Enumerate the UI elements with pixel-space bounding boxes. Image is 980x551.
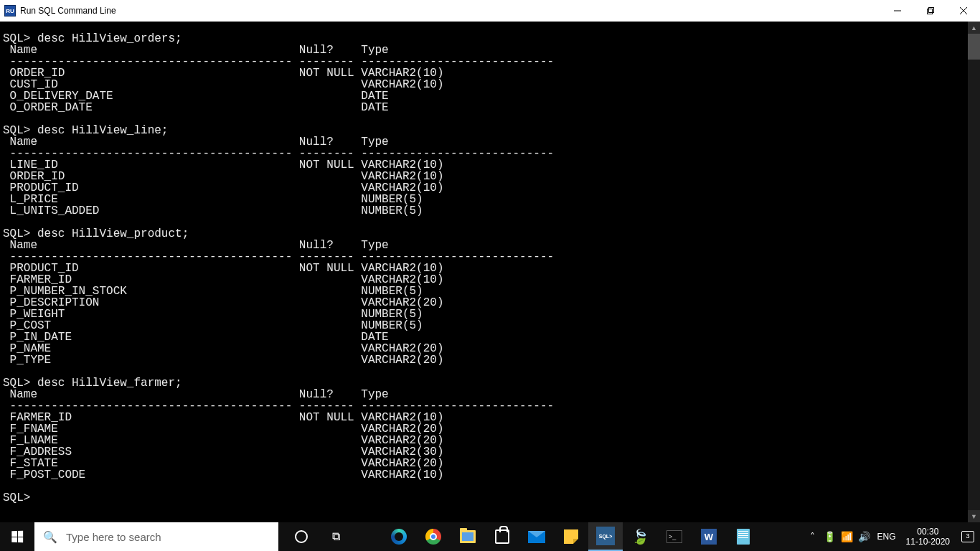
window-titlebar: RU Run SQL Command Line (0, 0, 980, 22)
folder-icon (460, 530, 476, 543)
chrome-icon (425, 529, 441, 545)
maximize-button[interactable] (914, 0, 947, 22)
chevron-up-icon: ˄ (810, 531, 815, 542)
cmd-icon: >_ (666, 530, 682, 543)
close-icon (960, 7, 967, 14)
svg-rect-2 (929, 8, 934, 13)
scroll-down-button[interactable]: ▼ (968, 510, 980, 522)
notification-count: 3 (966, 532, 969, 540)
tray-wifi[interactable]: 📶 (839, 531, 856, 542)
taskbar-app-chrome[interactable] (416, 522, 451, 551)
notepad-icon (737, 529, 750, 545)
sqlplus-icon: SQL> (596, 527, 615, 545)
close-button[interactable] (947, 0, 980, 22)
minimize-icon (894, 7, 901, 14)
taskbar-app-cmd[interactable]: >_ (657, 522, 692, 551)
action-center-button[interactable]: 3 (956, 522, 980, 551)
tray-language[interactable]: ENG (873, 532, 900, 542)
search-icon: 🔍 (43, 530, 57, 544)
task-view-icon: ⧉ (332, 530, 340, 543)
scrollbar-vertical[interactable]: ▲ ▼ (968, 22, 980, 522)
tray-time: 00:30 (906, 527, 950, 537)
taskbar-app-mongodb[interactable]: 🍃 (623, 522, 657, 551)
taskbar-app-mail[interactable] (519, 522, 554, 551)
speaker-icon: 🔊 (858, 531, 870, 542)
sticky-notes-icon (564, 529, 578, 544)
system-tray: ˄ 🔋 📶 🔊 ENG 00:30 11-10-2020 3 (804, 522, 980, 551)
terminal-container: SQL> desc HillView_orders; Name Null? Ty… (0, 22, 980, 522)
taskbar-app-store[interactable] (485, 522, 519, 551)
wifi-icon: 📶 (841, 531, 853, 542)
mongodb-icon: 🍃 (631, 528, 649, 545)
cortana-button[interactable] (284, 522, 319, 551)
tray-clock[interactable]: 00:30 11-10-2020 (900, 527, 956, 547)
maximize-icon (927, 7, 934, 14)
scrollbar-thumb[interactable] (968, 34, 980, 60)
tray-volume[interactable]: 🔊 (856, 531, 873, 542)
scroll-up-button[interactable]: ▲ (968, 22, 980, 34)
mail-icon (528, 531, 545, 543)
edge-icon (391, 529, 407, 545)
taskbar-app-sticky-notes[interactable] (554, 522, 588, 551)
window-title: Run SQL Command Line (20, 6, 116, 16)
windows-logo-icon (11, 531, 23, 542)
minimize-button[interactable] (881, 0, 914, 22)
app-icon: RU (4, 5, 16, 17)
cortana-icon (295, 530, 308, 543)
taskbar-app-word[interactable]: W (692, 522, 726, 551)
taskbar-app-edge[interactable] (382, 522, 416, 551)
word-icon: W (701, 529, 717, 545)
taskbar-app-sqlplus[interactable]: SQL> (588, 522, 623, 551)
taskbar-app-explorer[interactable] (451, 522, 485, 551)
svg-rect-1 (928, 9, 933, 14)
tray-date: 11-10-2020 (906, 537, 950, 547)
tray-battery[interactable]: 🔋 (821, 531, 839, 542)
start-button[interactable] (0, 522, 34, 551)
taskbar-app-notepad[interactable] (726, 522, 760, 551)
tray-overflow-button[interactable]: ˄ (804, 531, 821, 542)
scrollbar-track[interactable] (968, 34, 980, 510)
terminal-output[interactable]: SQL> desc HillView_orders; Name Null? Ty… (0, 22, 968, 522)
task-view-button[interactable]: ⧉ (319, 522, 353, 551)
search-placeholder: Type here to search (66, 531, 161, 543)
store-icon (495, 529, 509, 544)
battery-icon: 🔋 (824, 531, 836, 542)
taskbar-search[interactable]: 🔍 Type here to search (34, 522, 278, 551)
taskbar: 🔍 Type here to search ⧉ SQL> 🍃 >_ W ˄ 🔋 … (0, 522, 980, 551)
